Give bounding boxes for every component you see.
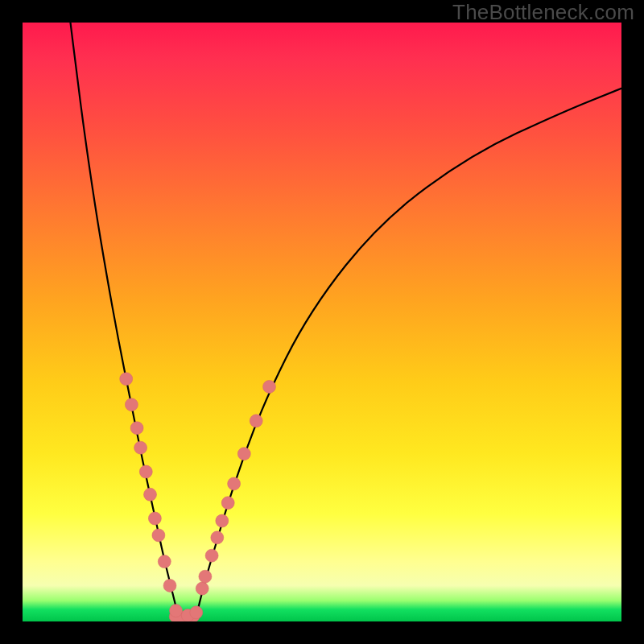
data-point (196, 582, 208, 595)
data-point (148, 512, 161, 525)
data-point (134, 441, 147, 454)
data-point (139, 465, 152, 478)
series-right-curve (195, 89, 621, 621)
data-point (120, 373, 133, 386)
data-point (158, 555, 171, 568)
data-point (125, 398, 138, 411)
data-point (216, 514, 229, 527)
data-point (190, 606, 203, 619)
chart-svg (23, 23, 621, 621)
data-point (237, 448, 250, 460)
data-point (144, 488, 157, 501)
data-point (221, 497, 234, 510)
data-point (152, 529, 165, 542)
data-point (228, 477, 241, 490)
watermark-text: TheBottleneck.com (452, 0, 634, 25)
data-point (211, 531, 224, 544)
data-point (130, 422, 143, 435)
data-point (199, 570, 212, 583)
data-point (250, 415, 262, 427)
data-point (263, 380, 276, 393)
plot-area (23, 23, 621, 621)
data-point (170, 605, 183, 617)
data-point (163, 579, 176, 592)
data-point (205, 549, 218, 562)
chart-frame: TheBottleneck.com (0, 0, 644, 644)
